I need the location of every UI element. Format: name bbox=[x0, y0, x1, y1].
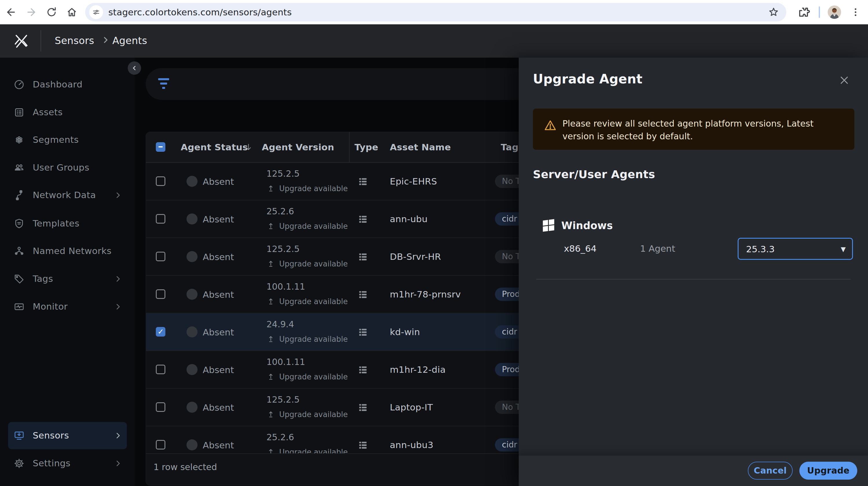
agent-version: 100.1.11 bbox=[267, 357, 305, 367]
asset-name: ann-ubu bbox=[390, 214, 428, 224]
drawer-title: Upgrade Agent bbox=[533, 71, 642, 86]
table-row[interactable]: Absent 25.2.6 Upgrade available ann-ubu … bbox=[146, 201, 580, 238]
table-row[interactable]: Absent 100.1.11 Upgrade available m1hr-7… bbox=[146, 276, 580, 313]
platform-arch: x86_64 bbox=[564, 243, 597, 254]
agent-status: Absent bbox=[203, 365, 234, 375]
sidebar-item-named-networks[interactable]: Named Networks bbox=[0, 238, 135, 265]
select-all-checkbox[interactable] bbox=[156, 142, 165, 152]
version-dropdown[interactable]: 25.3.3 ▼ bbox=[738, 238, 853, 260]
selection-count: 1 row selected bbox=[154, 462, 217, 472]
col-type[interactable]: Type bbox=[354, 142, 378, 152]
sensors-icon bbox=[13, 430, 25, 442]
row-checkbox[interactable] bbox=[156, 327, 165, 337]
sidebar-item-tags[interactable]: Tags bbox=[0, 265, 135, 293]
forward-icon[interactable] bbox=[26, 6, 37, 18]
sidebar-item-network-data[interactable]: Network Data bbox=[0, 182, 135, 209]
agent-version: 125.2.5 bbox=[267, 169, 300, 179]
row-checkbox[interactable] bbox=[156, 289, 165, 299]
col-agent-version[interactable]: Agent Version bbox=[262, 142, 334, 152]
segments-icon bbox=[13, 134, 25, 146]
asset-name: ann-ubu3 bbox=[390, 440, 434, 450]
chevron-right-icon bbox=[114, 191, 122, 200]
reload-icon[interactable] bbox=[46, 6, 57, 18]
breadcrumb-sensors[interactable]: Sensors bbox=[55, 35, 94, 46]
row-checkbox[interactable] bbox=[156, 214, 165, 223]
url-bar[interactable]: stagerc.colortokens.com/sensors/agents bbox=[85, 3, 786, 22]
asset-name: kd-win bbox=[390, 327, 420, 337]
table-row[interactable]: Absent 125.2.5 Upgrade available DB-Srvr… bbox=[146, 238, 580, 276]
row-checkbox[interactable] bbox=[156, 252, 165, 261]
table-footer: 1 row selected bbox=[146, 453, 580, 485]
toolbar-separator bbox=[819, 6, 820, 18]
table-row[interactable]: Absent 24.9.4 Upgrade available kd-win c… bbox=[146, 313, 580, 351]
chevron-right-icon bbox=[114, 431, 122, 440]
drawer-footer: Cancel Upgrade bbox=[519, 456, 868, 486]
sidebar-item-label: Settings bbox=[33, 458, 70, 468]
sidebar-item-label: Dashboard bbox=[33, 79, 83, 90]
agent-version: 125.2.5 bbox=[267, 394, 300, 405]
profile-avatar[interactable] bbox=[828, 5, 841, 19]
breadcrumb-chevron-icon bbox=[101, 35, 110, 44]
browser-toolbar: stagerc.colortokens.com/sensors/agents bbox=[0, 0, 868, 24]
asset-name: m1hr-78-prnsrv bbox=[390, 289, 461, 300]
upgrade-button[interactable]: Upgrade bbox=[799, 462, 857, 480]
header-divider bbox=[40, 30, 41, 52]
warning-banner: Please review all selected agent platfor… bbox=[533, 109, 855, 150]
asset-name: Epic-EHRS bbox=[390, 176, 437, 186]
cancel-button[interactable]: Cancel bbox=[748, 462, 793, 480]
sort-desc-icon[interactable] bbox=[244, 143, 253, 152]
upgrade-arrow-icon bbox=[267, 184, 275, 192]
home-icon[interactable] bbox=[66, 6, 78, 18]
section-divider bbox=[536, 279, 850, 279]
url-text[interactable]: stagerc.colortokens.com/sensors/agents bbox=[108, 7, 292, 18]
sidebar-item-label: Segments bbox=[33, 134, 79, 145]
status-dot-icon bbox=[187, 402, 197, 413]
status-dot-icon bbox=[187, 289, 197, 300]
monitor-icon bbox=[13, 301, 25, 312]
close-icon[interactable] bbox=[838, 74, 850, 86]
back-icon[interactable] bbox=[5, 6, 17, 18]
row-checkbox[interactable] bbox=[156, 440, 165, 450]
table-toolbar bbox=[146, 68, 580, 100]
row-checkbox[interactable] bbox=[156, 402, 165, 412]
sidebar-item-label: Network Data bbox=[33, 190, 96, 200]
colortokens-logo[interactable] bbox=[12, 32, 30, 50]
site-info-icon[interactable] bbox=[89, 5, 103, 19]
sidebar-item-assets[interactable]: Assets bbox=[0, 99, 135, 126]
table-row[interactable]: Absent 100.1.11 Upgrade available m1hr-1… bbox=[146, 351, 580, 389]
sidebar-item-monitor[interactable]: Monitor bbox=[0, 293, 135, 320]
browser-menu-icon[interactable] bbox=[850, 6, 861, 19]
table-row[interactable]: Absent 125.2.5 Upgrade available Laptop-… bbox=[146, 389, 580, 426]
row-checkbox[interactable] bbox=[156, 176, 165, 186]
agent-version: 100.1.11 bbox=[267, 281, 305, 292]
sidebar-item-label: Monitor bbox=[33, 301, 68, 312]
sidebar-item-dashboard[interactable]: Dashboard bbox=[0, 71, 135, 98]
agent-status: Absent bbox=[203, 327, 234, 337]
templates-icon bbox=[13, 218, 25, 230]
sidebar-item-user-groups[interactable]: User Groups bbox=[0, 154, 135, 181]
status-dot-icon bbox=[187, 326, 197, 337]
server-type-icon bbox=[358, 364, 368, 375]
col-agent-status[interactable]: Agent Status bbox=[181, 142, 248, 152]
assets-icon bbox=[13, 107, 25, 118]
sidebar-collapse-button[interactable] bbox=[128, 61, 141, 75]
sidebar-item-settings[interactable]: Settings bbox=[0, 450, 135, 477]
sidebar-item-segments[interactable]: Segments bbox=[0, 126, 135, 153]
sidebar-item-label: Named Networks bbox=[33, 246, 112, 256]
warning-icon bbox=[544, 119, 557, 132]
table-row[interactable]: Absent 125.2.5 Upgrade available Epic-EH… bbox=[146, 163, 580, 201]
sidebar-item-sensors[interactable]: Sensors bbox=[8, 422, 127, 449]
row-checkbox[interactable] bbox=[156, 365, 165, 374]
agent-version: 25.2.6 bbox=[267, 432, 294, 442]
bookmark-star-icon[interactable] bbox=[768, 6, 779, 18]
filter-icon[interactable] bbox=[157, 78, 170, 90]
agent-status: Absent bbox=[203, 214, 234, 224]
warning-text: Please review all selected agent platfor… bbox=[562, 117, 840, 143]
col-asset-name[interactable]: Asset Name bbox=[390, 142, 451, 152]
sidebar-item-label: User Groups bbox=[33, 162, 89, 173]
extensions-icon[interactable] bbox=[797, 6, 810, 19]
sidebar-item-templates[interactable]: Templates bbox=[0, 210, 135, 237]
section-title: Server/User Agents bbox=[533, 168, 655, 181]
upgrade-agent-drawer: Upgrade Agent Please review all selected… bbox=[519, 58, 868, 486]
sidebar-item-label: Templates bbox=[33, 218, 80, 229]
